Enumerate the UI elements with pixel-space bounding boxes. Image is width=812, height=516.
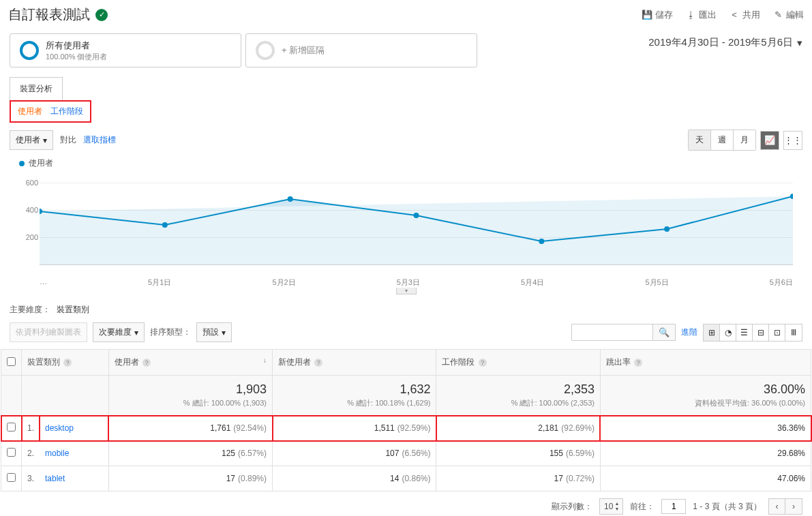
x-tick: 5月6日 xyxy=(770,277,793,288)
granularity-month[interactable]: 月 xyxy=(734,130,755,150)
chart-svg xyxy=(40,172,793,267)
rows-per-page-dropdown[interactable]: 10 ▴▾ xyxy=(599,498,623,515)
device-link[interactable]: tablet xyxy=(45,474,65,483)
x-tick: 5月5日 xyxy=(645,277,668,288)
secondary-dimension-dropdown[interactable]: 次要維度 ▾ xyxy=(93,322,145,342)
chevron-down-icon: ▾ xyxy=(134,328,138,337)
summary-new-users-sub: % 總計: 100.18% (1,629) xyxy=(278,398,430,408)
col-new-users[interactable]: 新使用者 ? xyxy=(273,350,436,376)
chevron-left-icon: ‹ xyxy=(776,502,779,511)
line-chart-view-button[interactable]: 📈 xyxy=(760,131,779,150)
metric-tabs: 使用者 工作階段 xyxy=(10,100,91,123)
view-data-table[interactable]: ⊞ xyxy=(704,324,720,341)
line-chart: 600 400 200 … 5月1日 5月2日 5月3日 5月4日 5月5日 5… xyxy=(19,172,793,288)
help-icon[interactable]: ? xyxy=(63,359,72,367)
tab-device-analysis[interactable]: 裝置分析 xyxy=(10,77,63,100)
row-checkbox[interactable] xyxy=(7,448,16,457)
cell-sessions-pct: (6.59%) xyxy=(566,449,595,458)
next-page-button[interactable]: › xyxy=(785,499,802,514)
export-button[interactable]: ⭳ 匯出 xyxy=(685,9,717,21)
edit-button[interactable]: ✎ 編輯 xyxy=(772,9,804,21)
select-metric-link[interactable]: 選取指標 xyxy=(83,134,116,146)
x-axis: … 5月1日 5月2日 5月3日 5月4日 5月5日 5月6日 xyxy=(40,272,793,288)
col-device[interactable]: 裝置類別 ? xyxy=(22,350,109,376)
chevron-down-icon: ▾ xyxy=(797,37,802,49)
page-range: 1 - 3 頁（共 3 頁） xyxy=(693,501,762,513)
table-row: 2.mobile125(6.57%)107(6.56%)155(6.59%)29… xyxy=(1,441,811,466)
view-column[interactable]: Ⅲ xyxy=(785,324,802,341)
dimension-value: 裝置類別 xyxy=(57,305,89,314)
view-comparison[interactable]: ⊟ xyxy=(753,324,769,341)
x-tick: 5月2日 xyxy=(272,277,295,288)
goto-page-input[interactable] xyxy=(661,499,686,514)
date-range-text: 2019年4月30日 - 2019年5月6日 xyxy=(648,36,793,49)
save-button[interactable]: 💾 儲存 xyxy=(642,9,673,21)
pencil-icon: ✎ xyxy=(772,10,783,20)
row-checkbox[interactable] xyxy=(7,423,16,431)
help-icon[interactable]: ? xyxy=(314,359,322,367)
dimension-label: 主要維度： xyxy=(10,305,50,314)
legend-dot-icon xyxy=(19,161,25,166)
x-tick: … xyxy=(40,277,47,288)
granularity-day[interactable]: 天 xyxy=(689,130,711,150)
cell-bounce: 47.06% xyxy=(777,474,805,483)
tab-sessions[interactable]: 工作階段 xyxy=(50,106,83,117)
cell-new-users: 1,511 xyxy=(374,423,395,433)
device-link[interactable]: desktop xyxy=(45,423,74,433)
legend-label: 使用者 xyxy=(29,157,53,169)
sort-type-dropdown[interactable]: 預設 ▾ xyxy=(196,322,232,342)
report-header: 自訂報表測試 ✓ 💾 儲存 ⭳ 匯出 < 共用 ✎ 編輯 xyxy=(0,0,812,29)
summary-bounce: 36.00% xyxy=(606,382,805,397)
segment-subtitle: 100.00% 個使用者 xyxy=(46,52,107,62)
edit-label: 編輯 xyxy=(786,9,804,21)
search-button[interactable]: 🔍 xyxy=(653,324,676,341)
verified-icon: ✓ xyxy=(95,9,108,21)
column-icon: Ⅲ xyxy=(791,328,796,337)
view-bar[interactable]: ☰ xyxy=(736,324,753,341)
rows-label: 顯示列數： xyxy=(552,501,592,513)
help-icon[interactable]: ? xyxy=(479,359,487,367)
row-checkbox[interactable] xyxy=(7,473,16,482)
cell-bounce: 36.36% xyxy=(777,423,805,433)
segments-row: 所有使用者 100.00% 個使用者 + 新增區隔 2019年4月30日 - 2… xyxy=(0,29,812,67)
col-users[interactable]: 使用者 ? ↓ xyxy=(108,350,272,376)
cell-sessions: 2,181 xyxy=(538,423,558,433)
help-icon[interactable]: ? xyxy=(634,359,642,367)
svg-point-2 xyxy=(288,196,293,202)
line-chart-icon: 📈 xyxy=(764,135,775,145)
y-tick-600: 600 xyxy=(26,179,38,187)
tab-users[interactable]: 使用者 xyxy=(18,106,42,117)
prev-page-button[interactable]: ‹ xyxy=(769,499,785,514)
search-input[interactable] xyxy=(571,324,653,341)
advanced-link[interactable]: 進階 xyxy=(681,327,697,338)
help-icon[interactable]: ? xyxy=(142,359,151,367)
sort-type-label: 排序類型： xyxy=(150,327,191,338)
segment-title: 所有使用者 xyxy=(46,40,107,52)
cell-users-pct: (0.89%) xyxy=(238,474,267,483)
motion-chart-view-button[interactable]: ⋮⋮ xyxy=(783,131,802,150)
pagination: 顯示列數： 10 ▴▾ 前往： 1 - 3 頁（共 3 頁） ‹ › xyxy=(0,491,812,516)
granularity-week[interactable]: 週 xyxy=(711,130,734,150)
add-segment-circle-icon xyxy=(256,41,275,60)
cell-new-users-pct: (6.56%) xyxy=(402,449,430,458)
view-pie[interactable]: ◔ xyxy=(720,324,736,341)
granularity-group: 天 週 月 xyxy=(688,130,756,151)
chevron-down-icon: ▾ xyxy=(43,136,47,145)
bubbles-icon: ⋮⋮ xyxy=(784,135,802,145)
updown-icon: ▴▾ xyxy=(616,501,618,512)
metric-dropdown[interactable]: 使用者 ▾ xyxy=(10,130,53,150)
select-all-checkbox[interactable] xyxy=(7,357,16,366)
cell-users: 17 xyxy=(226,474,235,483)
cell-sessions: 17 xyxy=(554,474,563,483)
col-sessions[interactable]: 工作階段 ? xyxy=(436,350,600,376)
compare-label: 對比 xyxy=(60,134,76,146)
add-segment-button[interactable]: + 新增區隔 xyxy=(245,33,477,67)
expand-chart-handle[interactable]: ▾ xyxy=(396,288,417,294)
share-button[interactable]: < 共用 xyxy=(729,9,760,21)
col-bounce[interactable]: 跳出率 ? xyxy=(600,350,811,376)
download-icon: ⭳ xyxy=(685,10,696,20)
segment-all-users[interactable]: 所有使用者 100.00% 個使用者 xyxy=(10,33,241,67)
view-pivot[interactable]: ⊡ xyxy=(769,324,785,341)
date-range-picker[interactable]: 2019年4月30日 - 2019年5月6日 ▾ xyxy=(648,33,802,49)
device-link[interactable]: mobile xyxy=(45,449,69,458)
